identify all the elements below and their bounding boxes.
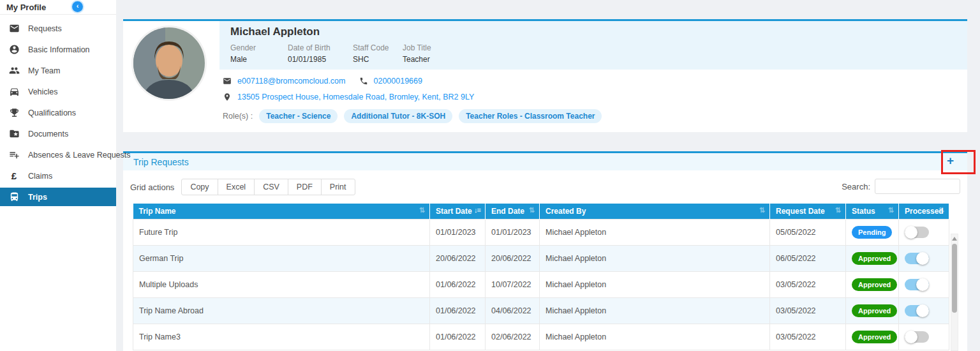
column-header-end-date[interactable]: End Date ⇅	[486, 204, 540, 220]
field-date-of-birth: Date of Birth 01/01/1985	[288, 43, 353, 64]
sidebar-item-label: Qualifications	[28, 108, 76, 117]
cell-created-by: Michael Appleton	[540, 246, 770, 272]
sidebar-item-label: My Team	[28, 66, 60, 75]
excel-button[interactable]: Excel	[218, 179, 255, 195]
location-pin-icon	[223, 93, 232, 101]
grid-actions-label: Grid actions	[130, 183, 174, 192]
sidebar-item-label: Requests	[28, 24, 62, 33]
search-label: Search:	[842, 182, 870, 191]
sort-icon: ⇅	[888, 206, 894, 214]
grid-toolbar: Grid actions Copy Excel CSV PDF Print Se…	[123, 178, 967, 196]
cell-trip-name: Multiple Uploads	[133, 272, 430, 298]
phone-link[interactable]: 02000019669	[374, 77, 422, 86]
cell-start-date: 01/06/2022	[430, 272, 486, 298]
column-label: Created By	[546, 207, 586, 216]
cell-trip-name: Future Trip	[133, 220, 430, 246]
cell-status: Pending	[846, 220, 899, 246]
processed-toggle[interactable]	[905, 331, 929, 343]
csv-button[interactable]: CSV	[254, 179, 288, 195]
column-header-processed[interactable]: Processed ⇅	[899, 204, 949, 220]
sidebar-item-basic-information[interactable]: Basic Information	[0, 39, 116, 60]
cell-status: Approved	[846, 324, 899, 350]
email-link[interactable]: e007118@bromcomcloud.com	[237, 77, 346, 86]
sidebar-item-label: Absences & Leave Requests	[28, 151, 131, 160]
field-label: Date of Birth	[288, 43, 353, 52]
sidebar-item-my-team[interactable]: My Team	[0, 60, 116, 81]
scrollbar-up-arrow-icon[interactable]	[952, 237, 957, 241]
cell-created-by: Michael Appleton	[540, 324, 770, 350]
sort-desc-icon: ↓≡	[474, 206, 480, 214]
sidebar-item-absences-leave-requests[interactable]: Absences & Leave Requests	[0, 144, 116, 165]
trip-requests-panel: Trip Requests + Grid actions Copy Excel …	[123, 151, 967, 351]
column-header-created-by[interactable]: Created By ⇅	[540, 204, 770, 220]
processed-toggle[interactable]	[905, 279, 929, 290]
print-button[interactable]: Print	[321, 179, 355, 195]
search-input[interactable]	[875, 179, 960, 194]
sort-icon: ⇅	[759, 206, 765, 214]
sidebar-nav: Requests Basic Information My Team Vehic…	[0, 15, 116, 206]
table-scrollbar[interactable]	[951, 234, 958, 351]
cell-processed	[899, 324, 949, 350]
sidebar-item-documents[interactable]: Documents	[0, 123, 116, 144]
cell-status: Approved	[846, 272, 899, 298]
profile-fields: Gender Male Date of Birth 01/01/1985 Sta…	[230, 43, 967, 64]
sidebar-item-qualifications[interactable]: Qualifications	[0, 102, 116, 123]
cell-processed	[899, 246, 949, 272]
sidebar-item-vehicles[interactable]: Vehicles	[0, 81, 116, 102]
cell-end-date: 10/07/2022	[486, 272, 540, 298]
cell-processed	[899, 298, 949, 324]
trip-requests-table: Trip Name ⇅ Start Date ↓≡ End Date ⇅ Cre…	[133, 204, 949, 350]
cell-request-date: 03/05/2022	[770, 298, 846, 324]
sidebar-item-label: Trips	[28, 193, 47, 202]
profile-details: Michael Appleton Gender Male Date of Bir…	[219, 21, 967, 123]
roles-line: Role(s) : Teacher - Science Additional T…	[219, 109, 967, 123]
column-header-start-date[interactable]: Start Date ↓≡	[430, 204, 486, 220]
status-badge: Approved	[852, 304, 897, 317]
column-header-trip-name[interactable]: Trip Name ⇅	[133, 204, 430, 220]
table-header-row: Trip Name ⇅ Start Date ↓≡ End Date ⇅ Cre…	[133, 204, 949, 220]
mail-icon	[8, 23, 20, 34]
profile-card: Michael Appleton Gender Male Date of Bir…	[123, 19, 967, 132]
cell-start-date: 20/06/2022	[430, 246, 486, 272]
email-icon	[223, 77, 232, 86]
sidebar-item-label: Basic Information	[28, 45, 90, 54]
address-link[interactable]: 13505 Prospect House, Homesdale Road, Br…	[237, 93, 474, 101]
role-chip: Teacher Roles - Classroom Teacher	[459, 109, 602, 123]
cell-request-date: 05/05/2022	[770, 220, 846, 246]
grid-actions-button-group: Copy Excel CSV PDF Print	[182, 179, 355, 195]
processed-toggle[interactable]	[905, 305, 929, 317]
role-chip: Additional Tutor - 8K-SOH	[344, 109, 452, 123]
sidebar-item-label: Claims	[28, 172, 52, 181]
column-label: End Date	[491, 207, 524, 216]
avatar	[133, 27, 205, 99]
toggle-knob	[916, 278, 929, 291]
column-label: Status	[852, 207, 875, 216]
pdf-button[interactable]: PDF	[288, 179, 322, 195]
cell-request-date: 06/05/2022	[770, 246, 846, 272]
phone-icon	[359, 77, 368, 86]
processed-toggle[interactable]	[905, 227, 929, 238]
processed-toggle[interactable]	[905, 253, 929, 264]
avatar-photo	[133, 27, 205, 99]
sidebar-collapse-button[interactable]: ‹	[72, 1, 83, 12]
field-label: Staff Code	[353, 43, 403, 52]
table-row: Trip Name3 01/06/2022 02/06/2022 Michael…	[133, 324, 949, 350]
column-header-request-date[interactable]: Request Date ⇅	[770, 204, 846, 220]
toggle-knob	[916, 252, 929, 265]
field-gender: Gender Male	[230, 43, 288, 64]
sidebar-item-trips[interactable]: Trips	[0, 188, 116, 206]
sidebar-item-requests[interactable]: Requests	[0, 18, 116, 39]
cell-request-date: 03/05/2022	[770, 272, 846, 298]
scrollbar-thumb[interactable]	[952, 244, 957, 313]
copy-button[interactable]: Copy	[181, 179, 218, 195]
chevron-left-icon: ‹	[77, 2, 79, 10]
column-header-status[interactable]: Status ⇅	[846, 204, 899, 220]
sidebar-item-claims[interactable]: £ Claims	[0, 165, 116, 186]
cell-start-date: 01/06/2022	[430, 324, 486, 350]
status-badge: Pending	[852, 226, 892, 239]
add-trip-button[interactable]: +	[947, 154, 954, 168]
person-circle-icon	[8, 44, 20, 56]
role-chip: Teacher - Science	[259, 109, 338, 123]
cell-processed	[899, 272, 949, 298]
column-label: Processed	[905, 207, 944, 216]
